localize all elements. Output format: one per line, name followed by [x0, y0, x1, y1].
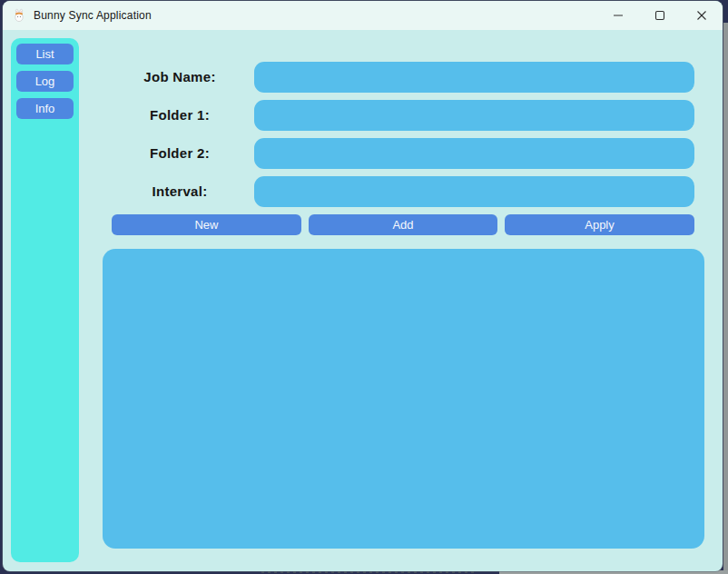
background-window-edge: [723, 23, 728, 574]
titlebar[interactable]: Bunny Sync Application: [3, 1, 723, 30]
apply-button[interactable]: Apply: [505, 214, 694, 235]
minimize-button[interactable]: [597, 1, 639, 30]
folder-2-label: Folder 2:: [107, 138, 252, 169]
folder-1-input[interactable]: [254, 100, 694, 131]
window-title: Bunny Sync Application: [34, 9, 152, 22]
window-controls: [597, 1, 723, 30]
folder-2-input[interactable]: [254, 138, 694, 169]
interval-label: Interval:: [107, 176, 252, 207]
maximize-button[interactable]: [639, 1, 681, 30]
sidebar-item-info[interactable]: Info: [16, 98, 74, 119]
maximize-icon: [654, 10, 665, 21]
app-window: Bunny Sync Application List Log: [3, 1, 723, 571]
add-button[interactable]: Add: [309, 214, 497, 235]
minimize-icon: [613, 10, 624, 21]
interval-input[interactable]: [254, 176, 694, 207]
job-name-label: Job Name:: [107, 62, 252, 93]
sidebar: List Log Info: [11, 38, 79, 562]
folder-1-label: Folder 1:: [107, 100, 252, 131]
background-taskbar-artifact: [261, 571, 475, 573]
new-button[interactable]: New: [112, 214, 301, 235]
bunny-icon: [12, 8, 26, 23]
sidebar-item-log[interactable]: Log: [16, 71, 74, 92]
output-panel[interactable]: [103, 249, 704, 549]
close-icon: [696, 10, 707, 21]
sidebar-item-list[interactable]: List: [16, 44, 74, 64]
close-button[interactable]: [681, 1, 723, 30]
job-name-input[interactable]: [254, 62, 694, 93]
